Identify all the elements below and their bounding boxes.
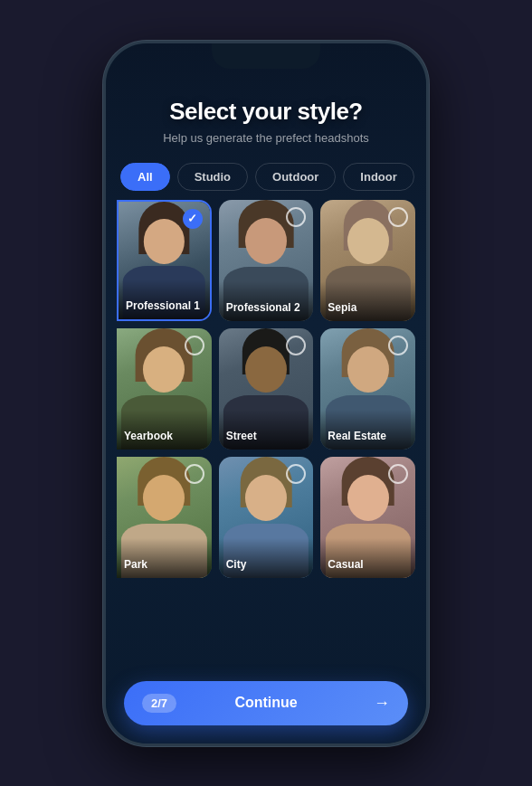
skin-street bbox=[245, 346, 287, 393]
style-item-yearbook[interactable]: Yearbook bbox=[117, 328, 212, 450]
style-item-row3c[interactable]: Casual bbox=[320, 457, 415, 578]
continue-label: Continue bbox=[187, 695, 345, 711]
selection-indicator-sepia bbox=[388, 207, 408, 227]
page-subtitle: Help us generate the prefect headshots bbox=[124, 131, 408, 145]
tab-all[interactable]: All bbox=[120, 163, 170, 191]
style-item-street[interactable]: Street bbox=[219, 328, 314, 450]
tab-outdoor[interactable]: Outdoor bbox=[255, 163, 336, 191]
page-title: Select your style? bbox=[124, 98, 408, 126]
phone-notch bbox=[212, 43, 320, 69]
skin-row3a bbox=[143, 475, 185, 521]
skin-pro1 bbox=[144, 219, 184, 263]
style-item-row3b[interactable]: City bbox=[219, 457, 314, 578]
style-label-yearbook: Yearbook bbox=[117, 410, 212, 450]
style-label-realestate: Real Estate bbox=[320, 410, 415, 450]
style-label-pro2: Professional 2 bbox=[219, 281, 314, 321]
style-item-sepia[interactable]: Sepia bbox=[320, 200, 415, 321]
skin-row3c bbox=[347, 475, 389, 521]
selection-indicator-realestate bbox=[388, 336, 408, 355]
skin-yearbook bbox=[143, 346, 185, 393]
selection-indicator-row3a bbox=[185, 464, 204, 484]
skin-sepia bbox=[347, 218, 389, 264]
phone-screen: Select your style? Help us generate the … bbox=[106, 43, 426, 743]
bottom-bar: 2/7 Continue → bbox=[124, 681, 408, 725]
skin-row3b bbox=[245, 475, 287, 521]
style-item-row3a[interactable]: Park bbox=[117, 457, 212, 578]
filter-tabs: All Studio Outdoor Indoor bbox=[106, 152, 426, 200]
selection-indicator-yearbook bbox=[185, 336, 204, 355]
style-label-row3a: Park bbox=[117, 538, 212, 578]
style-label-row3b: City bbox=[219, 538, 314, 578]
tab-studio[interactable]: Studio bbox=[177, 163, 248, 191]
arrow-icon: → bbox=[374, 694, 390, 713]
style-label-street: Street bbox=[219, 410, 314, 450]
style-grid-container: ✓ Professional 1 Pro bbox=[106, 200, 426, 743]
style-label-row3c: Casual bbox=[320, 538, 415, 578]
style-item-pro2[interactable]: Professional 2 bbox=[219, 200, 314, 321]
style-label-pro1: Professional 1 bbox=[119, 279, 210, 319]
continue-button[interactable]: 2/7 Continue → bbox=[124, 681, 408, 725]
screen-content: Select your style? Help us generate the … bbox=[106, 43, 426, 743]
progress-badge: 2/7 bbox=[142, 694, 176, 713]
phone-frame: Select your style? Help us generate the … bbox=[103, 41, 429, 746]
style-grid: ✓ Professional 1 Pro bbox=[117, 200, 415, 579]
tab-indoor[interactable]: Indoor bbox=[343, 163, 413, 191]
style-item-realestate[interactable]: Real Estate bbox=[320, 328, 415, 450]
selection-indicator-pro2 bbox=[286, 207, 306, 227]
header: Select your style? Help us generate the … bbox=[106, 89, 426, 152]
style-label-sepia: Sepia bbox=[320, 281, 415, 321]
style-item-pro1[interactable]: ✓ Professional 1 bbox=[117, 200, 212, 321]
selection-indicator-row3c bbox=[388, 464, 408, 484]
selection-indicator-pro1: ✓ bbox=[183, 209, 203, 229]
skin-pro2 bbox=[245, 218, 287, 264]
skin-realestate bbox=[347, 346, 389, 393]
